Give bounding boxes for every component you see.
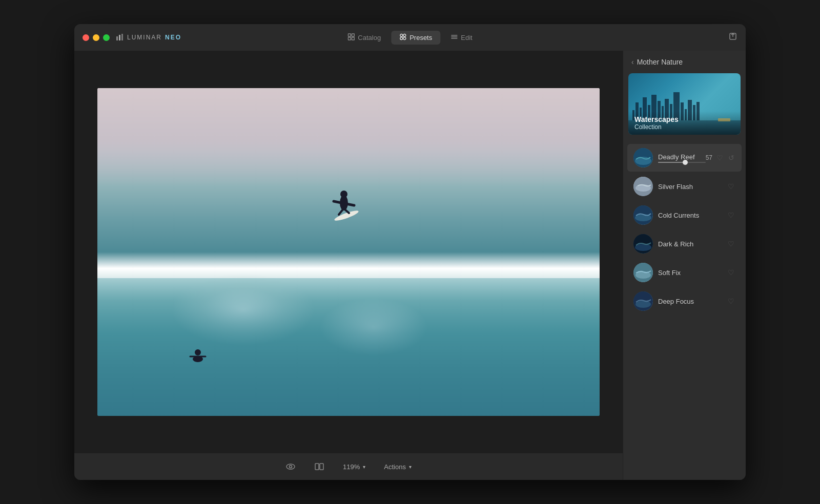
svg-rect-0: [116, 36, 118, 40]
preset-thumb-silver-flash: [633, 177, 653, 196]
svg-rect-4: [352, 34, 354, 36]
split-view-button[interactable]: [310, 459, 329, 474]
preset-name-cold-currents: Cold Currents: [658, 212, 727, 219]
preset-actions-deadly-reef: 57 ♡ ↺: [706, 153, 735, 162]
split-view-icon: [314, 461, 324, 472]
catalog-icon: [347, 33, 355, 42]
close-button[interactable]: [83, 34, 89, 41]
logo-luminar: LUMINAR: [127, 34, 162, 41]
preset-info-silver-flash: Silver Flash: [658, 183, 727, 191]
preset-name-soft-fix: Soft Fix: [658, 269, 727, 277]
main-image: [97, 88, 600, 416]
preset-thumb-soft-fix: [633, 263, 653, 282]
preset-item-deep-focus[interactable]: Deep Focus ♡: [627, 287, 742, 315]
preset-actions-dark-rich: ♡: [727, 239, 735, 248]
actions-chevron-icon: ▾: [409, 464, 412, 470]
favorite-button-silver-flash[interactable]: ♡: [727, 182, 735, 191]
bottom-toolbar: 119% ▾ Actions ▾: [74, 453, 623, 480]
preset-info-soft-fix: Soft Fix: [658, 269, 727, 277]
edit-icon: [450, 33, 458, 42]
svg-point-9: [400, 37, 403, 39]
edit-tab-label: Edit: [461, 34, 472, 41]
panel-header: ‹ Mother Nature: [623, 51, 746, 73]
favorite-button-dark-rich[interactable]: ♡: [727, 239, 735, 248]
preset-item-soft-fix[interactable]: Soft Fix ♡: [627, 259, 742, 286]
favorite-button-soft-fix[interactable]: ♡: [727, 268, 735, 277]
title-bar-tabs: Catalog Presets: [339, 31, 480, 45]
logo-neo: NEO: [165, 34, 181, 41]
collection-sub: Collection: [634, 123, 734, 131]
svg-rect-27: [320, 464, 323, 470]
svg-rect-5: [348, 37, 351, 40]
favorite-button-cold-currents[interactable]: ♡: [727, 211, 735, 220]
back-arrow-icon[interactable]: ‹: [631, 58, 634, 66]
preset-actions-silver-flash: ♡: [727, 182, 735, 191]
svg-point-7: [400, 34, 403, 36]
image-container: [74, 51, 623, 453]
svg-rect-6: [352, 37, 354, 40]
minimize-button[interactable]: [93, 34, 99, 41]
preset-slider-fill: [658, 162, 685, 163]
preset-slider-row: [658, 162, 706, 163]
preset-item-silver-flash[interactable]: Silver Flash ♡: [627, 173, 742, 200]
svg-point-24: [286, 464, 295, 469]
preset-name-silver-flash: Silver Flash: [658, 183, 727, 191]
svg-rect-2: [121, 34, 123, 40]
maximize-button[interactable]: [103, 34, 110, 41]
luminar-logo-icon: [116, 33, 124, 41]
collection-card[interactable]: Waterscapes Collection: [628, 73, 741, 135]
sky-overlay: [97, 88, 600, 186]
catalog-tab-label: Catalog: [358, 34, 381, 41]
canvas-area: 119% ▾ Actions ▾: [74, 51, 623, 480]
preset-name-deep-focus: Deep Focus: [658, 298, 727, 305]
favorite-button-deep-focus[interactable]: ♡: [727, 297, 735, 306]
collection-label: Waterscapes Collection: [628, 111, 741, 135]
tab-catalog[interactable]: Catalog: [339, 31, 389, 45]
surfer-figure: [329, 180, 359, 226]
zoom-control[interactable]: 119% ▾: [339, 461, 370, 473]
svg-rect-1: [119, 35, 120, 40]
preset-info-cold-currents: Cold Currents: [658, 212, 727, 219]
svg-point-39: [636, 301, 651, 308]
actions-button[interactable]: Actions ▾: [380, 461, 416, 473]
app-logo: LUMINAR NEO: [116, 33, 181, 41]
app-window: LUMINAR NEO Catalog: [74, 24, 746, 480]
zoom-value: 119%: [343, 463, 360, 471]
preset-value-deadly-reef: 57: [706, 154, 712, 161]
preset-name-deadly-reef: Deadly Reef: [658, 153, 706, 161]
presets-icon: [399, 33, 406, 42]
title-bar: LUMINAR NEO Catalog: [74, 24, 746, 51]
preset-item-deadly-reef[interactable]: Deadly Reef 57 ♡ ↺: [627, 144, 742, 172]
svg-rect-3: [348, 34, 351, 36]
right-panel: ‹ Mother Nature: [623, 51, 746, 480]
preset-info-deep-focus: Deep Focus: [658, 298, 727, 305]
preset-name-dark-rich: Dark & Rich: [658, 240, 727, 248]
title-bar-right: [728, 32, 737, 43]
traffic-lights: [83, 34, 110, 41]
svg-point-17: [340, 191, 347, 198]
preset-item-dark-rich[interactable]: Dark & Rich ♡: [627, 230, 742, 258]
svg-point-8: [403, 34, 406, 36]
preset-actions-soft-fix: ♡: [727, 268, 735, 277]
main-content: 119% ▾ Actions ▾ ‹ Mother Nature: [74, 51, 746, 480]
reset-button-deadly-reef[interactable]: ↺: [727, 153, 735, 162]
eye-icon: [285, 461, 296, 472]
preset-info-dark-rich: Dark & Rich: [658, 240, 727, 248]
preset-slider[interactable]: [658, 162, 706, 163]
favorite-button-deadly-reef[interactable]: ♡: [715, 153, 724, 162]
preset-thumb-cold-currents: [633, 205, 653, 225]
observer-figure: [188, 341, 208, 367]
svg-line-20: [345, 209, 349, 213]
tab-edit[interactable]: Edit: [442, 31, 480, 45]
preset-thumb-dark-rich: [633, 234, 653, 254]
preset-item-cold-currents[interactable]: Cold Currents ♡: [627, 201, 742, 229]
preset-actions-cold-currents: ♡: [727, 211, 735, 220]
preview-toggle-button[interactable]: [281, 459, 300, 474]
svg-rect-26: [315, 464, 319, 470]
preset-slider-thumb: [683, 160, 688, 165]
export-button[interactable]: [728, 32, 737, 43]
tab-presets[interactable]: Presets: [391, 31, 440, 45]
preset-list: Deadly Reef 57 ♡ ↺: [623, 141, 746, 480]
svg-point-10: [403, 37, 406, 39]
preset-thumb-deadly-reef: [633, 148, 653, 167]
